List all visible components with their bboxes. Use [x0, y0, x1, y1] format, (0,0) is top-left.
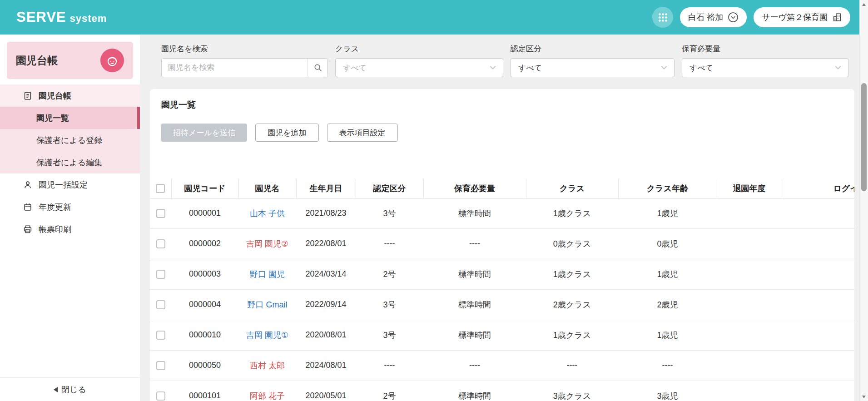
- cell-care_amount: 標準時間: [423, 381, 526, 401]
- child-face-icon: [100, 49, 124, 72]
- search-label: 園児名を検索: [161, 44, 328, 54]
- class-label: クラス: [335, 44, 503, 54]
- cell-birthday: 2024/08/01: [296, 350, 356, 381]
- child-name-link[interactable]: 西村 太郎: [250, 361, 285, 370]
- cell-withdrawal_year: [717, 320, 782, 350]
- column-header: 生年月日: [296, 179, 356, 198]
- care-amount-select[interactable]: すべて: [682, 58, 848, 77]
- cell-certification: ----: [356, 228, 423, 259]
- cell-birthday: 2020/08/01: [296, 320, 356, 350]
- send-invite-mail-button[interactable]: 招待メールを送信: [161, 124, 247, 142]
- cell-code: 0000010: [171, 320, 238, 350]
- chevron-down-circle-icon: [728, 12, 739, 23]
- chevron-down-icon: [489, 64, 496, 71]
- row-checkbox[interactable]: [156, 391, 165, 401]
- cell-care_amount: ----: [423, 228, 526, 259]
- sidebar-item-enji-daicho[interactable]: 園児台帳: [0, 84, 140, 107]
- cell-checkbox: [150, 228, 171, 259]
- child-name-link[interactable]: 吉岡 園児①: [246, 331, 288, 340]
- child-name-link[interactable]: 山本 子供: [250, 209, 285, 218]
- table-row: 0000002吉岡 園児②2022/08/01--------0歳クラス0歳児: [150, 228, 854, 259]
- cell-certification: 2号: [356, 381, 423, 401]
- collapse-label: 閉じる: [61, 384, 86, 395]
- column-header: クラス年齢: [618, 179, 717, 198]
- sidebar-item-choyo-insatsu[interactable]: 帳票印刷: [0, 218, 140, 240]
- row-checkbox[interactable]: [156, 331, 165, 340]
- child-name-link[interactable]: 吉岡 園児②: [246, 239, 288, 248]
- arrow-down-icon: [862, 396, 866, 398]
- cell-withdrawal_year: [717, 228, 782, 259]
- certification-select[interactable]: すべて: [511, 58, 675, 77]
- sidebar-item-hogosha-henshu[interactable]: 保護者による編集: [0, 151, 140, 173]
- facility-menu-button[interactable]: サーヴ第２保育園: [754, 7, 850, 27]
- column-header: 園児名: [238, 179, 296, 198]
- cell-name: 山本 子供: [238, 198, 296, 228]
- column-header: 保育必要量: [423, 179, 526, 198]
- sidebar-item-ikkatsu-settei[interactable]: 園児一括設定: [0, 173, 140, 196]
- search-input[interactable]: [162, 59, 308, 77]
- cell-care_amount: 標準時間: [423, 259, 526, 289]
- filter-care-amount-group: 保育必要量 すべて: [682, 44, 848, 77]
- child-name-link[interactable]: 野口 園児: [250, 270, 285, 279]
- cell-name: 西村 太郎: [238, 350, 296, 381]
- app-viewport: SERVE system 白石 裕加 サーヴ第２保育園: [0, 0, 859, 401]
- select-all-checkbox[interactable]: [156, 184, 165, 193]
- user-menu-button[interactable]: 白石 裕加: [680, 7, 747, 27]
- row-checkbox[interactable]: [156, 300, 165, 309]
- class-select[interactable]: すべて: [335, 58, 503, 77]
- display-settings-button[interactable]: 表示項目設定: [327, 124, 398, 142]
- add-child-button[interactable]: 園児を追加: [255, 124, 318, 142]
- table-row: 0000004野口 Gmail2022/09/143号標準時間2歳クラス2歳児: [150, 289, 854, 320]
- filter-bar: 園児名を検索 クラス すべて: [140, 35, 859, 77]
- cell-class_age: 1歳児: [618, 320, 717, 350]
- search-button[interactable]: [308, 59, 327, 77]
- cell-class: 3歳クラス: [526, 381, 618, 401]
- sidebar-collapse-button[interactable]: 閉じる: [0, 377, 140, 401]
- app-grid-button[interactable]: [652, 7, 673, 28]
- child-name-link[interactable]: 野口 Gmail: [247, 300, 287, 309]
- table-row: 0000003野口 園児2024/03/142号標準時間1歳クラス1歳児: [150, 259, 854, 289]
- chevron-down-icon: [660, 64, 668, 71]
- scrollbar-thumb[interactable]: [861, 83, 867, 191]
- filter-class-group: クラス すべて: [335, 44, 503, 77]
- cell-checkbox: [150, 381, 171, 401]
- table-body: 0000001山本 子供2021/08/233号標準時間1歳クラス1歳児0000…: [150, 198, 854, 401]
- cell-class: 1歳クラス: [526, 198, 618, 228]
- main-content: 園児名を検索 クラス すべて: [140, 35, 859, 401]
- sidebar-item-hogosha-touroku[interactable]: 保護者による登録: [0, 129, 140, 151]
- sidebar-item-label: 帳票印刷: [39, 224, 71, 235]
- cell-login: [782, 228, 854, 259]
- cell-birthday: 2024/03/14: [296, 259, 356, 289]
- person-icon: [23, 180, 33, 190]
- register-icon: [23, 91, 33, 101]
- row-checkbox[interactable]: [156, 209, 165, 218]
- cell-code: 0000101: [171, 381, 238, 401]
- child-name-link[interactable]: 阿部 花子: [250, 391, 285, 401]
- cell-code: 0000050: [171, 350, 238, 381]
- printer-icon: [23, 224, 33, 234]
- logo-primary-text: SERVE: [16, 9, 66, 25]
- certification-label: 認定区分: [511, 44, 675, 54]
- roster-card: 園児一覧 招待メールを送信 園児を追加 表示項目設定 園児コード園児名生年月日認…: [150, 89, 854, 401]
- cell-class: 0歳クラス: [526, 228, 618, 259]
- cell-class_age: 1歳児: [618, 198, 717, 228]
- sidebar: 園児台帳 園児台帳: [0, 35, 140, 401]
- scroll-up-arrow[interactable]: [860, 0, 868, 9]
- vertical-scrollbar[interactable]: [859, 0, 868, 401]
- scroll-down-arrow[interactable]: [860, 392, 868, 401]
- sidebar-item-label: 保護者による編集: [36, 157, 102, 168]
- sidebar-item-enji-ichiran[interactable]: 園児一覧: [0, 107, 140, 129]
- sidebar-item-label: 園児台帳: [39, 90, 71, 101]
- sidebar-item-nendo-koshin[interactable]: 年度更新: [0, 196, 140, 218]
- building-icon: [832, 12, 842, 22]
- cell-care_amount: ----: [423, 350, 526, 381]
- cell-birthday: 2022/09/14: [296, 289, 356, 320]
- cell-login: [782, 381, 854, 401]
- cell-withdrawal_year: [717, 259, 782, 289]
- row-checkbox[interactable]: [156, 270, 165, 279]
- row-checkbox[interactable]: [156, 239, 165, 248]
- collapse-left-icon: [54, 387, 58, 392]
- cell-class_age: 3歳児: [618, 381, 717, 401]
- cell-withdrawal_year: [717, 289, 782, 320]
- row-checkbox[interactable]: [156, 361, 165, 370]
